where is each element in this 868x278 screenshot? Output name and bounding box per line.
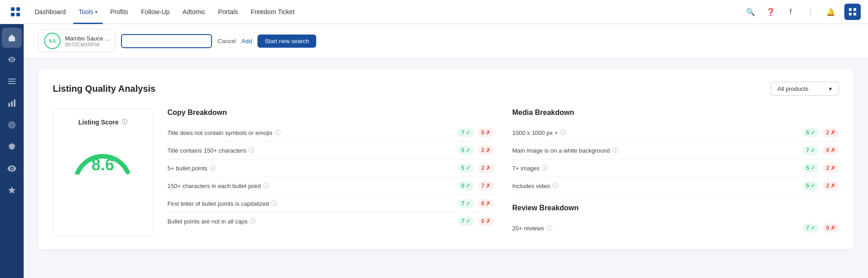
pass-score: 5 ✓ [802, 164, 819, 173]
table-row: Bullet points are not in all caps ⓘ 7 ✓ … [167, 213, 494, 230]
pass-score: 7 ✓ [802, 146, 819, 155]
product-score-badge: 9.5 [44, 33, 61, 49]
sidebar-item-settings[interactable] [2, 159, 22, 179]
nav-dashboard[interactable]: Dashboard [29, 0, 71, 24]
info-icon[interactable]: ⓘ [250, 217, 256, 225]
grid-icon[interactable] [7, 4, 24, 20]
table-row: Main image is on a white background ⓘ 7 … [512, 142, 839, 159]
sidebar-item-chart[interactable] [2, 93, 22, 113]
product-asin: B07ZCMXRFW [65, 42, 110, 47]
nav-portals[interactable]: Portals [212, 0, 243, 24]
svg-rect-2 [11, 13, 15, 16]
pass-score: 5 ✓ [458, 164, 474, 173]
cancel-link[interactable]: Cancel [217, 38, 236, 45]
products-dropdown[interactable]: All products ▾ [771, 82, 839, 96]
gauge-value: 8.6 [91, 155, 114, 174]
svg-rect-9 [8, 81, 15, 82]
search-input[interactable] [121, 34, 212, 48]
sidebar-item-education[interactable] [2, 137, 22, 157]
notification-icon[interactable]: 🔔 [824, 5, 837, 18]
info-icon[interactable]: ⓘ [210, 164, 216, 172]
separator: | [804, 5, 817, 18]
sidebar-item-home[interactable] [2, 28, 22, 48]
svg-point-16 [11, 124, 13, 126]
info-icon[interactable]: ⓘ [271, 199, 277, 208]
facebook-icon[interactable]: f [784, 5, 797, 18]
sidebar-item-target[interactable] [2, 115, 22, 135]
two-cols: Copy Breakdown Title does not contain sy… [167, 109, 839, 237]
svg-rect-11 [8, 103, 10, 107]
info-icon[interactable]: ⓘ [546, 224, 552, 232]
fail-score: 2 ✗ [823, 128, 839, 137]
table-row: 1000 x 1000 px + ⓘ 5 ✓ 2 ✗ [512, 124, 839, 142]
copy-breakdown-title: Copy Breakdown [167, 109, 494, 117]
media-breakdown-title: Media Breakdown [512, 109, 839, 117]
fail-score: 0 ✗ [823, 223, 839, 233]
fail-score: 2 ✗ [478, 146, 494, 155]
review-breakdown-title: Review Breakdown [512, 204, 839, 212]
pass-score: 7 ✓ [802, 223, 819, 233]
info-icon[interactable]: ⓘ [263, 182, 269, 190]
svg-rect-10 [8, 83, 15, 84]
score-label: Listing Score ⓘ [78, 118, 127, 126]
svg-rect-4 [849, 8, 852, 11]
chevron-down-icon: ▾ [95, 10, 97, 15]
product-name: Mambo Sauce ... [65, 35, 110, 42]
start-search-button[interactable]: Start new search [257, 35, 317, 48]
svg-rect-6 [849, 13, 852, 15]
sidebar-item-special[interactable] [2, 180, 22, 200]
table-row: 150+ characters in each bullet point ⓘ 0… [167, 177, 494, 195]
info-icon[interactable]: ⓘ [275, 129, 281, 137]
score-panel: Listing Score ⓘ 8.6 [53, 109, 153, 237]
fail-score: 0 ✗ [478, 217, 494, 226]
info-icon[interactable]: ⓘ [248, 146, 254, 154]
score-info-icon[interactable]: ⓘ [121, 118, 127, 126]
media-review-col: Media Breakdown 1000 x 1000 px + ⓘ 5 ✓ 2… [512, 109, 839, 237]
svg-rect-13 [14, 99, 15, 107]
help-icon[interactable]: ❓ [764, 5, 777, 18]
svg-rect-5 [853, 8, 856, 11]
info-icon[interactable]: ⓘ [552, 182, 558, 190]
table-row: 7+ images ⓘ 5 ✓ 2 ✗ [512, 159, 839, 177]
fail-score: 0 ✗ [823, 146, 839, 155]
gauge-container: 8.6 [66, 134, 139, 174]
table-row: First letter of bullet points is capital… [167, 195, 494, 213]
main-content: 9.5 Mambo Sauce ... B07ZCMXRFW Cancel Ad… [24, 24, 868, 278]
info-icon[interactable]: ⓘ [612, 146, 618, 154]
sidebar-item-eye[interactable] [2, 50, 22, 70]
copy-breakdown: Copy Breakdown Title does not contain sy… [167, 109, 494, 237]
sidebar [0, 24, 24, 278]
info-icon[interactable]: ⓘ [542, 164, 548, 172]
svg-rect-0 [11, 7, 15, 11]
table-row: Title contains 150+ characters ⓘ 5 ✓ 2 ✗ [167, 142, 494, 159]
nav-freedom-ticket[interactable]: Freedom Ticket [245, 0, 300, 24]
product-info: Mambo Sauce ... B07ZCMXRFW [65, 35, 110, 47]
pass-score: 5 ✓ [802, 181, 819, 190]
fail-score: 0 ✗ [478, 199, 494, 208]
table-row: Title does not contain symbols or emojis… [167, 124, 494, 142]
top-bar: 9.5 Mambo Sauce ... B07ZCMXRFW Cancel Ad… [24, 24, 868, 58]
nav-tools[interactable]: Tools ▾ [73, 0, 103, 24]
svg-rect-1 [16, 7, 20, 11]
pass-score: 7 ✓ [458, 128, 474, 137]
svg-rect-7 [853, 13, 856, 15]
svg-rect-8 [8, 79, 15, 79]
pass-score: 5 ✓ [458, 146, 474, 155]
svg-rect-12 [11, 101, 13, 107]
listing-quality-section: Listing Quality Analysis All products ▾ … [38, 69, 853, 249]
nav-links: Dashboard Tools ▾ Profits Follow-Up Adto… [29, 0, 744, 24]
layout: 9.5 Mambo Sauce ... B07ZCMXRFW Cancel Ad… [0, 24, 868, 278]
nav-right: 🔍 ❓ f | 🔔 [744, 4, 861, 20]
svg-rect-3 [16, 13, 20, 16]
info-icon[interactable]: ⓘ [560, 129, 566, 137]
nav-adtomic[interactable]: Adtomic [177, 0, 211, 24]
pass-score: 7 ✓ [458, 199, 474, 208]
search-icon[interactable]: 🔍 [744, 5, 757, 18]
apps-button[interactable] [844, 4, 861, 20]
add-link[interactable]: Add [242, 38, 252, 45]
sidebar-item-list[interactable] [2, 71, 22, 91]
nav-profits[interactable]: Profits [105, 0, 134, 24]
nav-followup[interactable]: Follow-Up [136, 0, 175, 24]
pass-score: 5 ✓ [802, 128, 819, 137]
table-row: Includes video ⓘ 5 ✓ 2 ✗ [512, 177, 839, 195]
